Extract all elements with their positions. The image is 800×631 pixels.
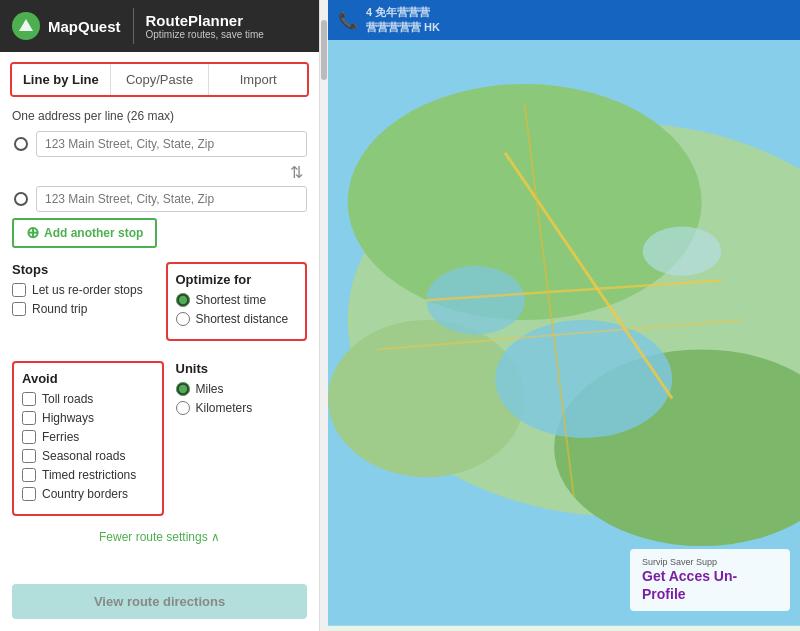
country-borders-checkbox[interactable]	[22, 487, 36, 501]
timed-restrictions-label: Timed restrictions	[42, 468, 136, 482]
app-subtitle: Optimize routes, save time	[146, 29, 264, 40]
phone-icon: 📞	[338, 11, 358, 30]
miles-radio[interactable]	[176, 382, 190, 396]
units-title: Units	[176, 361, 308, 376]
address-input-2[interactable]	[36, 186, 307, 212]
plus-icon: ⊕	[26, 225, 39, 241]
shortest-time-label: Shortest time	[196, 293, 267, 307]
map-overlay-large: Get Acces Un-Profile	[642, 567, 778, 603]
highways-label: Highways	[42, 411, 94, 425]
toll-roads-row: Toll roads	[22, 392, 154, 406]
swap-icon[interactable]: ⇅	[290, 163, 303, 182]
pin-icon-2	[12, 190, 30, 208]
map-top-bar: 📞 4 免年营营营 营营营营营 HK	[328, 0, 800, 40]
tab-line-by-line[interactable]: Line by Line	[12, 64, 111, 95]
add-stop-label: Add another stop	[44, 226, 143, 240]
view-route-button[interactable]: View route directions	[12, 584, 307, 619]
mapquest-logo-icon	[12, 12, 40, 40]
highways-row: Highways	[22, 411, 154, 425]
reorder-stops-row: Let us re-order stops	[12, 283, 154, 297]
app-title: RoutePlanner	[146, 12, 264, 29]
shortest-time-row: Shortest time	[176, 293, 298, 307]
map-area: 📞 4 免年营营营 营营营营营 HK Survip Saver Supp Get…	[328, 0, 800, 631]
map-top-line2: 营营营营营 HK	[366, 20, 440, 35]
toll-roads-label: Toll roads	[42, 392, 93, 406]
avoid-title: Avoid	[22, 371, 154, 386]
header: MapQuest RoutePlanner Optimize routes, s…	[0, 0, 319, 52]
ferries-row: Ferries	[22, 430, 154, 444]
tabs-container: Line by Line Copy/Paste Import	[10, 62, 309, 97]
main-content: One address per line (26 max) ⇅ ⊕ Add an…	[0, 103, 319, 584]
scrollbar[interactable]	[320, 0, 328, 631]
app-title-area: RoutePlanner Optimize routes, save time	[146, 12, 264, 40]
fewer-settings-label: Fewer route settings	[99, 530, 220, 544]
address-input-1[interactable]	[36, 131, 307, 157]
fewer-settings[interactable]: Fewer route settings	[12, 530, 307, 544]
header-divider	[133, 8, 134, 44]
scroll-thumb[interactable]	[321, 20, 327, 80]
avoid-units-row: Avoid Toll roads Highways Ferries Season…	[12, 361, 307, 526]
svg-point-5	[328, 320, 525, 477]
address-row-2	[12, 186, 307, 212]
map-overlay: Survip Saver Supp Get Acces Un-Profile	[630, 549, 790, 611]
brand-name: MapQuest	[48, 18, 121, 35]
optimize-box: Optimize for Shortest time Shortest dist…	[166, 262, 308, 341]
seasonal-roads-row: Seasonal roads	[22, 449, 154, 463]
left-panel: MapQuest RoutePlanner Optimize routes, s…	[0, 0, 320, 631]
miles-row: Miles	[176, 382, 308, 396]
shortest-distance-radio[interactable]	[176, 312, 190, 326]
reorder-stops-label: Let us re-order stops	[32, 283, 143, 297]
stops-section: Stops Let us re-order stops Round trip	[12, 262, 154, 351]
kilometers-row: Kilometers	[176, 401, 308, 415]
highways-checkbox[interactable]	[22, 411, 36, 425]
seasonal-roads-label: Seasonal roads	[42, 449, 125, 463]
country-borders-row: Country borders	[22, 487, 154, 501]
swap-icon-container: ⇅	[12, 163, 307, 182]
shortest-time-radio[interactable]	[176, 293, 190, 307]
round-trip-label: Round trip	[32, 302, 87, 316]
round-trip-row: Round trip	[12, 302, 154, 316]
kilometers-radio[interactable]	[176, 401, 190, 415]
map-top-text: 4 免年营营营 营营营营营 HK	[366, 5, 440, 35]
svg-point-8	[643, 227, 722, 276]
toll-roads-checkbox[interactable]	[22, 392, 36, 406]
address-row-1	[12, 131, 307, 157]
avoid-section: Avoid Toll roads Highways Ferries Season…	[12, 361, 164, 516]
add-stop-button[interactable]: ⊕ Add another stop	[12, 218, 157, 248]
shortest-distance-label: Shortest distance	[196, 312, 289, 326]
map-top-line1: 4 免年营营营	[366, 5, 440, 20]
round-trip-checkbox[interactable]	[12, 302, 26, 316]
country-borders-label: Country borders	[42, 487, 128, 501]
tab-copy-paste[interactable]: Copy/Paste	[111, 64, 210, 95]
optimize-title: Optimize for	[176, 272, 298, 287]
units-section: Units Miles Kilometers	[176, 361, 308, 420]
timed-restrictions-row: Timed restrictions	[22, 468, 154, 482]
tab-import[interactable]: Import	[209, 64, 307, 95]
seasonal-roads-checkbox[interactable]	[22, 449, 36, 463]
kilometers-label: Kilometers	[196, 401, 253, 415]
timed-restrictions-checkbox[interactable]	[22, 468, 36, 482]
reorder-stops-checkbox[interactable]	[12, 283, 26, 297]
pin-icon-1	[12, 135, 30, 153]
logo-area: MapQuest	[12, 12, 121, 40]
ferries-checkbox[interactable]	[22, 430, 36, 444]
optimize-section: Optimize for Shortest time Shortest dist…	[166, 262, 308, 351]
address-label: One address per line (26 max)	[12, 109, 307, 123]
svg-marker-0	[19, 19, 33, 31]
stops-title: Stops	[12, 262, 154, 277]
ferries-label: Ferries	[42, 430, 79, 444]
shortest-distance-row: Shortest distance	[176, 312, 298, 326]
map-overlay-small: Survip Saver Supp	[642, 557, 778, 567]
stops-optimize-row: Stops Let us re-order stops Round trip O…	[12, 262, 307, 351]
miles-label: Miles	[196, 382, 224, 396]
